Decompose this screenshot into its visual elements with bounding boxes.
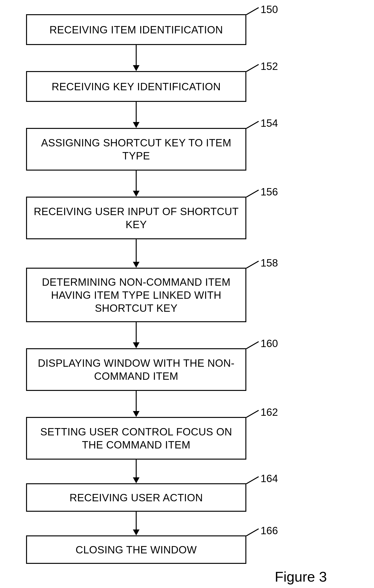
svg-marker-1 (133, 65, 139, 71)
leader-line (246, 476, 259, 484)
svg-marker-7 (133, 262, 139, 268)
flowchart-step-158: DETERMINING NON-COMMAND ITEM HAVING ITEM… (26, 268, 246, 322)
leader-line (246, 261, 259, 268)
step-text: SETTING USER CONTROL FOCUS ON THE COMMAN… (32, 425, 241, 451)
leader-line (246, 7, 259, 15)
svg-marker-9 (133, 342, 139, 348)
flowchart-step-150: RECEIVING ITEM IDENTIFICATION (26, 14, 246, 45)
step-text: RECEIVING ITEM IDENTIFICATION (50, 23, 223, 36)
arrow-icon (131, 239, 141, 268)
step-text: CLOSING THE WINDOW (76, 543, 197, 556)
step-ref-162: 162 (260, 406, 278, 418)
svg-marker-3 (133, 122, 139, 128)
flowchart-step-166: CLOSING THE WINDOW (26, 536, 246, 564)
leader-line (246, 410, 259, 418)
leader-line (246, 64, 259, 72)
step-ref-156: 156 (260, 186, 278, 198)
arrow-icon (131, 171, 141, 197)
flowchart-step-162: SETTING USER CONTROL FOCUS ON THE COMMAN… (26, 417, 246, 460)
step-ref-150: 150 (260, 4, 278, 15)
flowchart-step-164: RECEIVING USER ACTION (26, 483, 246, 512)
figure-caption: Figure 3 (275, 568, 327, 585)
step-ref-164: 164 (260, 473, 278, 484)
leader-line (246, 121, 259, 129)
arrow-icon (131, 45, 141, 71)
leader-line (246, 528, 259, 536)
arrow-icon (131, 102, 141, 128)
flowchart-step-154: ASSIGNING SHORTCUT KEY TO ITEM TYPE (26, 128, 246, 171)
step-ref-160: 160 (260, 338, 278, 349)
step-ref-152: 152 (260, 60, 278, 72)
arrow-icon (131, 512, 141, 536)
svg-marker-5 (133, 191, 139, 197)
arrow-icon (131, 460, 141, 483)
leader-line (246, 341, 259, 349)
svg-marker-13 (133, 477, 139, 483)
step-ref-158: 158 (260, 257, 278, 269)
step-ref-154: 154 (260, 117, 278, 129)
step-text: DISPLAYING WINDOW WITH THE NON-COMMAND I… (32, 357, 241, 383)
step-text: RECEIVING USER ACTION (69, 491, 203, 504)
arrow-icon (131, 391, 141, 417)
svg-marker-15 (133, 529, 139, 536)
step-ref-166: 166 (260, 525, 278, 536)
step-text: RECEIVING KEY IDENTIFICATION (52, 80, 221, 93)
flowchart-canvas: RECEIVING ITEM IDENTIFICATION 150 RECEIV… (0, 0, 374, 588)
svg-marker-11 (133, 411, 139, 417)
leader-line (246, 189, 259, 197)
flowchart-step-152: RECEIVING KEY IDENTIFICATION (26, 71, 246, 102)
flowchart-step-156: RECEIVING USER INPUT OF SHORTCUT KEY (26, 197, 246, 239)
arrow-icon (131, 322, 141, 348)
step-text: ASSIGNING SHORTCUT KEY TO ITEM TYPE (32, 136, 241, 162)
step-text: DETERMINING NON-COMMAND ITEM HAVING ITEM… (32, 275, 241, 315)
step-text: RECEIVING USER INPUT OF SHORTCUT KEY (32, 205, 241, 231)
flowchart-step-160: DISPLAYING WINDOW WITH THE NON-COMMAND I… (26, 348, 246, 391)
